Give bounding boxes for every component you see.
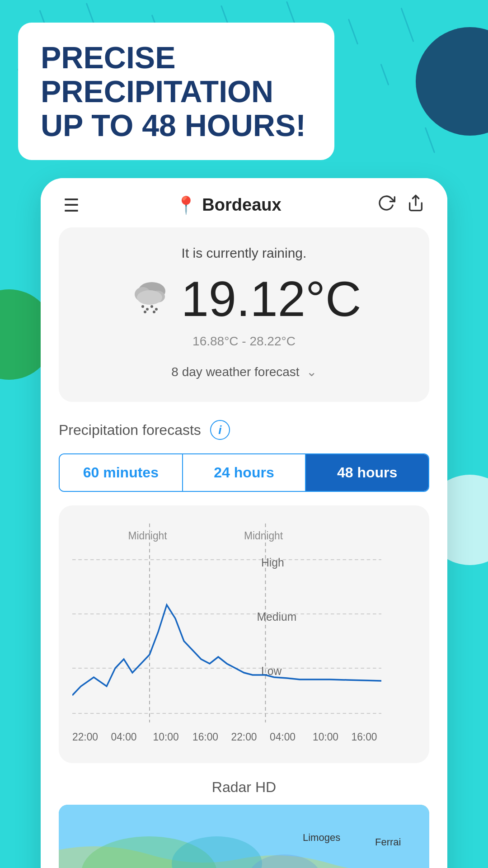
svg-point-6: [146, 308, 149, 311]
menu-icon[interactable]: ☰: [63, 195, 80, 216]
svg-point-9: [144, 311, 146, 313]
svg-text:10:00: 10:00: [313, 731, 338, 743]
chevron-down-icon: ⌄: [306, 364, 317, 379]
weather-icon: [127, 274, 172, 323]
precipitation-title: Precipitation forecasts: [59, 422, 201, 439]
svg-point-8: [155, 308, 158, 311]
chart-card: Midnight Midnight High Medium Low 22:00 …: [59, 505, 429, 763]
share-button[interactable]: [407, 194, 425, 216]
info-icon[interactable]: i: [210, 420, 230, 440]
svg-text:Limoges: Limoges: [303, 832, 340, 843]
radar-section: Radar HD Limoges Ferrai Nouvelle-: [41, 763, 447, 868]
svg-text:22:00: 22:00: [72, 731, 98, 743]
forecast-dropdown[interactable]: 8 day weather forecast ⌄: [81, 360, 407, 384]
weather-main: 19.12°C: [81, 270, 407, 327]
temperature-range: 16.88°C - 28.22°C: [81, 334, 407, 349]
time-tabs: 60 minutes 24 hours 48 hours: [59, 453, 429, 492]
location-pin-icon: 📍: [175, 195, 197, 215]
headline-card: PRECISE PRECIPITATION UP TO 48 HOURS!: [18, 23, 334, 160]
svg-text:04:00: 04:00: [111, 731, 137, 743]
svg-text:Midnight: Midnight: [128, 530, 168, 542]
temperature-display: 19.12°C: [181, 270, 361, 327]
tab-60-minutes[interactable]: 60 minutes: [60, 454, 183, 491]
radar-map[interactable]: Limoges Ferrai Nouvelle-: [59, 805, 429, 868]
tab-24-hours[interactable]: 24 hours: [183, 454, 306, 491]
app-header: ☰ 📍 Bordeaux: [41, 178, 447, 227]
phone-mockup: ☰ 📍 Bordeaux: [41, 178, 447, 868]
radar-title: Radar HD: [59, 779, 429, 796]
chart-container: Midnight Midnight High Medium Low 22:00 …: [72, 524, 416, 750]
svg-text:Medium: Medium: [257, 610, 297, 623]
header-actions: [377, 194, 425, 216]
weather-status: It is currently raining.: [81, 245, 407, 261]
location-display: 📍 Bordeaux: [175, 195, 281, 215]
svg-text:16:00: 16:00: [192, 731, 218, 743]
svg-text:Ferrai: Ferrai: [375, 836, 401, 848]
svg-text:High: High: [261, 556, 284, 569]
precipitation-chart: Midnight Midnight High Medium Low 22:00 …: [72, 524, 416, 750]
svg-text:16:00: 16:00: [352, 731, 377, 743]
svg-point-4: [137, 290, 162, 305]
svg-text:22:00: 22:00: [231, 731, 257, 743]
refresh-button[interactable]: [377, 194, 395, 216]
precipitation-header: Precipitation forecasts i: [59, 420, 429, 440]
weather-card: It is currently raining.: [59, 227, 429, 402]
tab-48-hours[interactable]: 48 hours: [306, 454, 428, 491]
precipitation-section: Precipitation forecasts i 60 minutes 24 …: [41, 402, 447, 492]
forecast-label: 8 day weather forecast: [171, 365, 299, 379]
svg-point-10: [153, 311, 155, 313]
svg-point-7: [150, 305, 153, 308]
headline-text: PRECISE PRECIPITATION UP TO 48 HOURS!: [41, 41, 312, 142]
svg-text:04:00: 04:00: [270, 731, 296, 743]
city-name: Bordeaux: [202, 195, 281, 215]
svg-text:Midnight: Midnight: [244, 530, 283, 542]
svg-point-5: [141, 305, 144, 308]
svg-text:10:00: 10:00: [153, 731, 179, 743]
